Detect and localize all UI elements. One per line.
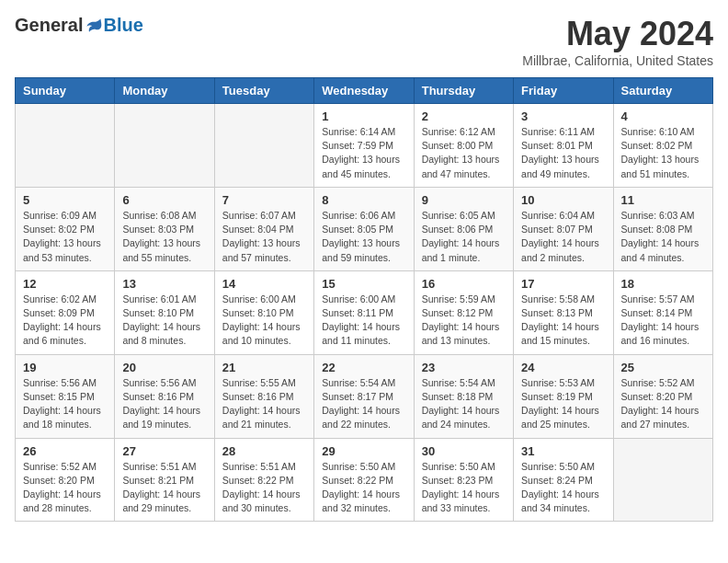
day-number: 27 xyxy=(122,444,206,458)
main-title: May 2024 xyxy=(522,15,713,53)
calendar-cell: 14Sunrise: 6:00 AMSunset: 8:10 PMDayligh… xyxy=(214,270,313,354)
calendar-cell xyxy=(214,104,313,188)
calendar-week-row: 5Sunrise: 6:09 AMSunset: 8:02 PMDaylight… xyxy=(16,187,713,270)
day-number: 29 xyxy=(322,444,405,458)
day-info: Sunrise: 6:00 AMSunset: 8:11 PMDaylight:… xyxy=(322,293,405,349)
calendar-cell: 1Sunrise: 6:14 AMSunset: 7:59 PMDaylight… xyxy=(314,104,414,188)
weekday-header-saturday: Saturday xyxy=(613,78,712,104)
calendar-cell: 20Sunrise: 5:56 AMSunset: 8:16 PMDayligh… xyxy=(115,354,214,438)
subtitle: Millbrae, California, United States xyxy=(522,53,713,68)
day-info: Sunrise: 5:50 AMSunset: 8:23 PMDaylight:… xyxy=(422,460,506,516)
calendar-cell: 17Sunrise: 5:58 AMSunset: 8:13 PMDayligh… xyxy=(514,270,613,354)
calendar-cell: 4Sunrise: 6:10 AMSunset: 8:02 PMDaylight… xyxy=(613,104,712,188)
weekday-header-tuesday: Tuesday xyxy=(214,78,313,104)
day-info: Sunrise: 6:00 AMSunset: 8:10 PMDaylight:… xyxy=(222,293,306,349)
day-number: 15 xyxy=(322,277,405,291)
calendar-cell: 21Sunrise: 5:55 AMSunset: 8:16 PMDayligh… xyxy=(214,354,313,438)
day-number: 5 xyxy=(23,193,107,207)
day-info: Sunrise: 6:06 AMSunset: 8:05 PMDaylight:… xyxy=(322,209,405,265)
weekday-header-thursday: Thursday xyxy=(414,78,513,104)
day-info: Sunrise: 6:01 AMSunset: 8:10 PMDaylight:… xyxy=(122,293,206,349)
day-number: 26 xyxy=(23,444,107,458)
header: General Blue May 2024 Millbrae, Californ… xyxy=(15,15,713,68)
day-info: Sunrise: 6:12 AMSunset: 8:00 PMDaylight:… xyxy=(422,125,506,181)
calendar-cell: 24Sunrise: 5:53 AMSunset: 8:19 PMDayligh… xyxy=(514,354,613,438)
calendar-cell: 6Sunrise: 6:08 AMSunset: 8:03 PMDaylight… xyxy=(115,187,214,270)
calendar-cell: 26Sunrise: 5:52 AMSunset: 8:20 PMDayligh… xyxy=(16,438,115,522)
calendar-week-row: 19Sunrise: 5:56 AMSunset: 8:15 PMDayligh… xyxy=(16,354,713,438)
day-number: 13 xyxy=(122,277,206,291)
day-number: 28 xyxy=(222,444,306,458)
day-info: Sunrise: 5:51 AMSunset: 8:21 PMDaylight:… xyxy=(122,460,206,516)
day-number: 7 xyxy=(222,193,306,207)
day-number: 1 xyxy=(322,109,405,123)
day-number: 30 xyxy=(422,444,506,458)
calendar-cell: 28Sunrise: 5:51 AMSunset: 8:22 PMDayligh… xyxy=(214,438,313,522)
day-info: Sunrise: 6:03 AMSunset: 8:08 PMDaylight:… xyxy=(621,209,705,265)
weekday-header-friday: Friday xyxy=(514,78,613,104)
calendar: SundayMondayTuesdayWednesdayThursdayFrid… xyxy=(15,77,713,522)
calendar-cell: 19Sunrise: 5:56 AMSunset: 8:15 PMDayligh… xyxy=(16,354,115,438)
day-info: Sunrise: 6:02 AMSunset: 8:09 PMDaylight:… xyxy=(23,293,107,349)
calendar-cell: 25Sunrise: 5:52 AMSunset: 8:20 PMDayligh… xyxy=(613,354,712,438)
day-number: 14 xyxy=(222,277,306,291)
day-number: 10 xyxy=(521,193,605,207)
calendar-cell: 27Sunrise: 5:51 AMSunset: 8:21 PMDayligh… xyxy=(115,438,214,522)
day-info: Sunrise: 5:58 AMSunset: 8:13 PMDaylight:… xyxy=(521,293,605,349)
calendar-header-row: SundayMondayTuesdayWednesdayThursdayFrid… xyxy=(16,78,713,104)
calendar-cell: 29Sunrise: 5:50 AMSunset: 8:22 PMDayligh… xyxy=(314,438,414,522)
calendar-cell: 8Sunrise: 6:06 AMSunset: 8:05 PMDaylight… xyxy=(314,187,414,270)
day-number: 21 xyxy=(222,361,306,374)
day-info: Sunrise: 5:55 AMSunset: 8:16 PMDaylight:… xyxy=(222,376,306,432)
day-number: 8 xyxy=(322,193,405,207)
calendar-week-row: 1Sunrise: 6:14 AMSunset: 7:59 PMDaylight… xyxy=(16,104,713,188)
day-number: 19 xyxy=(23,361,107,374)
logo-blue: Blue xyxy=(103,15,142,36)
day-number: 18 xyxy=(621,277,705,291)
weekday-header-sunday: Sunday xyxy=(16,78,115,104)
calendar-cell: 22Sunrise: 5:54 AMSunset: 8:17 PMDayligh… xyxy=(314,354,414,438)
calendar-cell: 30Sunrise: 5:50 AMSunset: 8:23 PMDayligh… xyxy=(414,438,513,522)
calendar-cell: 2Sunrise: 6:12 AMSunset: 8:00 PMDaylight… xyxy=(414,104,513,188)
day-number: 20 xyxy=(122,361,206,374)
calendar-cell xyxy=(16,104,115,188)
day-number: 2 xyxy=(422,109,506,123)
calendar-cell: 16Sunrise: 5:59 AMSunset: 8:12 PMDayligh… xyxy=(414,270,513,354)
calendar-week-row: 26Sunrise: 5:52 AMSunset: 8:20 PMDayligh… xyxy=(16,438,713,522)
calendar-cell: 7Sunrise: 6:07 AMSunset: 8:04 PMDaylight… xyxy=(214,187,313,270)
day-info: Sunrise: 6:10 AMSunset: 8:02 PMDaylight:… xyxy=(621,125,705,181)
day-info: Sunrise: 6:05 AMSunset: 8:06 PMDaylight:… xyxy=(422,209,506,265)
day-info: Sunrise: 6:14 AMSunset: 7:59 PMDaylight:… xyxy=(322,125,405,181)
day-number: 12 xyxy=(23,277,107,291)
day-info: Sunrise: 5:52 AMSunset: 8:20 PMDaylight:… xyxy=(621,376,705,432)
calendar-cell: 3Sunrise: 6:11 AMSunset: 8:01 PMDaylight… xyxy=(514,104,613,188)
logo-bird-icon xyxy=(85,17,103,35)
day-number: 4 xyxy=(621,109,705,123)
calendar-cell: 23Sunrise: 5:54 AMSunset: 8:18 PMDayligh… xyxy=(414,354,513,438)
day-info: Sunrise: 5:54 AMSunset: 8:18 PMDaylight:… xyxy=(422,376,506,432)
day-info: Sunrise: 5:53 AMSunset: 8:19 PMDaylight:… xyxy=(521,376,605,432)
day-number: 25 xyxy=(621,361,705,374)
day-info: Sunrise: 5:50 AMSunset: 8:22 PMDaylight:… xyxy=(322,460,405,516)
title-area: May 2024 Millbrae, California, United St… xyxy=(522,15,713,68)
calendar-cell: 5Sunrise: 6:09 AMSunset: 8:02 PMDaylight… xyxy=(16,187,115,270)
calendar-week-row: 12Sunrise: 6:02 AMSunset: 8:09 PMDayligh… xyxy=(16,270,713,354)
day-number: 23 xyxy=(422,361,506,374)
calendar-cell: 31Sunrise: 5:50 AMSunset: 8:24 PMDayligh… xyxy=(514,438,613,522)
calendar-cell: 11Sunrise: 6:03 AMSunset: 8:08 PMDayligh… xyxy=(613,187,712,270)
day-info: Sunrise: 5:59 AMSunset: 8:12 PMDaylight:… xyxy=(422,293,506,349)
day-info: Sunrise: 5:52 AMSunset: 8:20 PMDaylight:… xyxy=(23,460,107,516)
day-number: 11 xyxy=(621,193,705,207)
calendar-cell xyxy=(115,104,214,188)
day-info: Sunrise: 5:56 AMSunset: 8:16 PMDaylight:… xyxy=(122,376,206,432)
day-info: Sunrise: 6:04 AMSunset: 8:07 PMDaylight:… xyxy=(521,209,605,265)
weekday-header-monday: Monday xyxy=(115,78,214,104)
day-number: 16 xyxy=(422,277,506,291)
day-number: 9 xyxy=(422,193,506,207)
calendar-cell: 10Sunrise: 6:04 AMSunset: 8:07 PMDayligh… xyxy=(514,187,613,270)
day-info: Sunrise: 5:57 AMSunset: 8:14 PMDaylight:… xyxy=(621,293,705,349)
logo: General Blue xyxy=(15,15,143,36)
day-info: Sunrise: 5:51 AMSunset: 8:22 PMDaylight:… xyxy=(222,460,306,516)
day-info: Sunrise: 5:50 AMSunset: 8:24 PMDaylight:… xyxy=(521,460,605,516)
calendar-cell: 18Sunrise: 5:57 AMSunset: 8:14 PMDayligh… xyxy=(613,270,712,354)
